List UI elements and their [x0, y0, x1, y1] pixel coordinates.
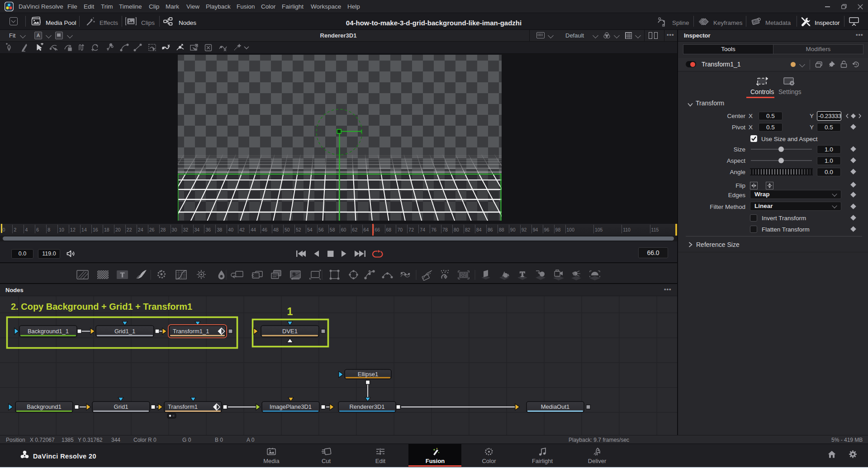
svg-text:T: T: [520, 270, 525, 279]
svg-text:DVE1: DVE1: [282, 328, 298, 335]
svg-text:T: T: [120, 271, 124, 279]
svg-text:ImagePlane3D1: ImagePlane3D1: [270, 403, 312, 410]
svg-text:Transform1: Transform1: [168, 403, 198, 410]
svg-text:Ellipse1: Ellipse1: [358, 371, 379, 378]
svg-text:Background1_1: Background1_1: [28, 328, 69, 335]
svg-text:Grid1_1: Grid1_1: [114, 328, 135, 335]
svg-text:Background1: Background1: [27, 403, 62, 410]
svg-text:MediaOut1: MediaOut1: [541, 403, 570, 410]
svg-text:1: 1: [287, 306, 293, 317]
svg-text:Grid1: Grid1: [114, 403, 128, 410]
svg-text:Transform1_1: Transform1_1: [173, 328, 209, 335]
svg-text:Renderer3D1: Renderer3D1: [349, 403, 384, 410]
svg-text:2. Copy Background + Grid1 + T: 2. Copy Background + Grid1 + Transform1: [11, 302, 192, 312]
